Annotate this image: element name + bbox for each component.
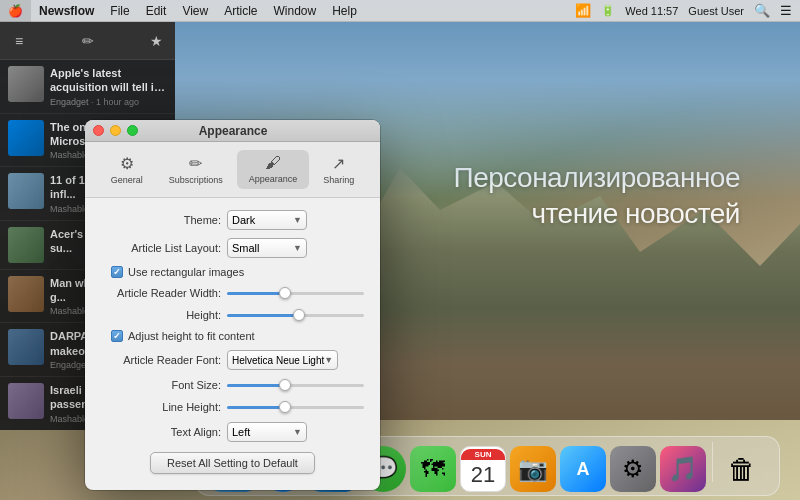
sidebar-toolbar: ≡ ✏ ★: [0, 22, 175, 60]
dock-iphoto[interactable]: 📷: [510, 446, 556, 492]
menubar: 🍎 Newsflow File Edit View Article Window…: [0, 0, 800, 22]
dock-maps[interactable]: 🗺: [410, 446, 456, 492]
adjust-height-checkbox[interactable]: [111, 330, 123, 342]
dock-calendar[interactable]: SUN 21: [460, 446, 506, 492]
clock: Wed 11:57: [625, 5, 678, 17]
appstore-icon: A: [577, 459, 590, 480]
news-thumb: [8, 276, 44, 312]
menubar-left: 🍎 Newsflow File Edit View Article Window…: [0, 0, 575, 22]
news-meta: Engadget · 1 hour ago: [50, 97, 167, 107]
news-thumb: [8, 227, 44, 263]
general-icon: ⚙: [120, 154, 134, 173]
reader-font-label: Article Reader Font:: [101, 354, 221, 366]
reader-width-label: Article Reader Width:: [101, 287, 221, 299]
reader-font-select[interactable]: Helvetica Neue Light ▼: [227, 350, 338, 370]
desktop-text: Персонализированное чтение новостей: [454, 160, 741, 233]
apple-icon: 🍎: [8, 4, 23, 18]
sidebar-compose-icon[interactable]: ✏: [77, 30, 99, 52]
news-time: · 1 hour ago: [91, 97, 139, 107]
font-size-control: [227, 378, 364, 392]
tab-sharing-label: Sharing: [323, 175, 354, 185]
view-menu[interactable]: View: [174, 0, 216, 22]
sidebar-star-icon[interactable]: ★: [145, 30, 167, 52]
trash-icon: 🗑: [728, 453, 756, 486]
dialog-title: Appearance: [94, 124, 372, 138]
dock-appstore[interactable]: A: [560, 446, 606, 492]
maps-icon: 🗺: [421, 455, 445, 483]
line-height-control: [227, 400, 364, 414]
sharing-icon: ↗: [332, 154, 345, 173]
line-height-slider[interactable]: [227, 406, 364, 409]
rectangular-images-checkbox[interactable]: [111, 266, 123, 278]
height-thumb[interactable]: [293, 309, 305, 321]
news-source: Mashable: [50, 414, 89, 424]
theme-value: Dark: [232, 214, 255, 226]
news-source: Engadget: [50, 360, 89, 370]
apple-menu[interactable]: 🍎: [0, 0, 31, 22]
reader-font-control: Helvetica Neue Light ▼: [227, 350, 364, 370]
calendar-month: SUN: [461, 449, 505, 460]
article-list-layout-label: Article List Layout:: [101, 242, 221, 254]
line-height-label: Line Height:: [101, 401, 221, 413]
font-size-slider[interactable]: [227, 384, 364, 387]
search-icon[interactable]: 🔍: [754, 3, 770, 18]
reader-width-slider[interactable]: [227, 292, 364, 295]
news-thumb: [8, 173, 44, 209]
tab-general[interactable]: ⚙ General: [99, 150, 155, 189]
rectangular-images-label: Use rectangular images: [128, 266, 244, 278]
file-menu[interactable]: File: [102, 0, 137, 22]
dock-trash[interactable]: 🗑: [719, 446, 765, 492]
dock-system-preferences[interactable]: ⚙: [610, 446, 656, 492]
tab-subscriptions[interactable]: ✏ Subscriptions: [157, 150, 235, 189]
dock-separator: [712, 442, 713, 482]
tab-appearance-label: Appearance: [249, 174, 298, 184]
rectangular-images-row: Use rectangular images: [101, 266, 364, 278]
article-menu[interactable]: Article: [216, 0, 265, 22]
notification-icon[interactable]: ☰: [780, 3, 792, 18]
menubar-right: 📶 🔋 Wed 11:57 Guest User 🔍 ☰: [575, 3, 800, 18]
theme-select[interactable]: Dark ▼: [227, 210, 307, 230]
calendar-day: 21: [461, 460, 505, 490]
news-title: Apple's latest acquisition will tell it …: [50, 66, 167, 95]
desktop: Персонализированное чтение новостей 🍎 Ne…: [0, 0, 800, 500]
news-item[interactable]: Apple's latest acquisition will tell it …: [0, 60, 175, 114]
line-height-row: Line Height:: [101, 400, 364, 414]
height-slider[interactable]: [227, 314, 364, 317]
text-align-select[interactable]: Left ▼: [227, 422, 307, 442]
news-content: Apple's latest acquisition will tell it …: [50, 66, 167, 107]
desktop-text-line2: чтение новостей: [454, 196, 741, 232]
reader-width-control: [227, 286, 364, 300]
tab-subscriptions-label: Subscriptions: [169, 175, 223, 185]
sidebar-list-icon[interactable]: ≡: [8, 30, 30, 52]
theme-chevron-icon: ▼: [293, 215, 302, 225]
user-label[interactable]: Guest User: [688, 5, 744, 17]
reader-width-thumb[interactable]: [279, 287, 291, 299]
tab-appearance[interactable]: 🖌 Appearance: [237, 150, 310, 189]
font-chevron-icon: ▼: [324, 355, 333, 365]
app-name-menu[interactable]: Newsflow: [31, 0, 102, 22]
news-source: Mashable: [50, 150, 89, 160]
reader-font-value: Helvetica Neue Light: [232, 355, 324, 366]
help-menu[interactable]: Help: [324, 0, 365, 22]
wifi-icon[interactable]: 📶: [575, 3, 591, 18]
reset-button[interactable]: Reset All Setting to Default: [150, 452, 315, 474]
news-source: Engadget: [50, 97, 89, 107]
article-list-layout-control: Small ▼: [227, 238, 364, 258]
subscriptions-icon: ✏: [189, 154, 202, 173]
article-list-layout-select[interactable]: Small ▼: [227, 238, 307, 258]
reader-width-row: Article Reader Width:: [101, 286, 364, 300]
tab-sharing[interactable]: ↗ Sharing: [311, 150, 366, 189]
iphoto-icon: 📷: [518, 455, 548, 483]
news-thumb: [8, 66, 44, 102]
news-thumb: [8, 120, 44, 156]
dialog-content: Theme: Dark ▼ Article List Layout: Small…: [85, 198, 380, 490]
edit-menu[interactable]: Edit: [138, 0, 175, 22]
align-chevron-icon: ▼: [293, 427, 302, 437]
font-size-thumb[interactable]: [279, 379, 291, 391]
dock-itunes[interactable]: 🎵: [660, 446, 706, 492]
height-label: Height:: [101, 309, 221, 321]
window-menu[interactable]: Window: [266, 0, 325, 22]
font-size-label: Font Size:: [101, 379, 221, 391]
line-height-thumb[interactable]: [279, 401, 291, 413]
theme-control: Dark ▼: [227, 210, 364, 230]
